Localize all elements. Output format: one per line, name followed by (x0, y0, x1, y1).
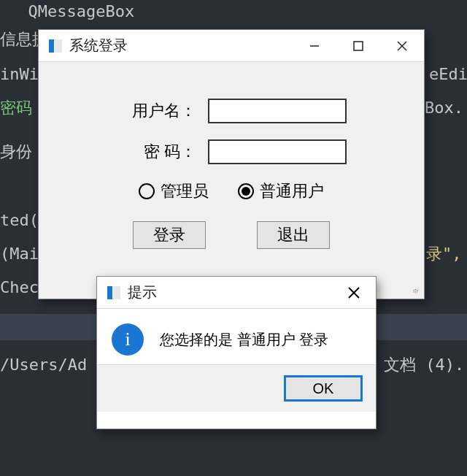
code-bg: 文档 (4). (384, 348, 464, 383)
radio-user[interactable]: 普通用户 (238, 180, 324, 202)
maximize-button[interactable] (336, 30, 380, 61)
code-bg: 密码 (0, 91, 32, 126)
code-bg: 录", (426, 237, 462, 272)
ok-button[interactable]: OK (284, 375, 363, 402)
msg-close-button[interactable] (332, 277, 376, 308)
radio-user-label: 普通用户 (260, 180, 324, 202)
password-label: 密 码： (116, 141, 196, 163)
window-title: 系统登录 (69, 36, 293, 55)
login-body: 用户名： 密 码： 管理员 普通用户 登录 退出 (39, 62, 424, 264)
svg-rect-1 (354, 42, 363, 50)
app-icon (107, 286, 120, 299)
login-window: 系统登录 用户名： 密 码： 管理员 (38, 29, 425, 299)
radio-indicator-checked-icon (238, 183, 254, 199)
radio-indicator-unchecked-icon (139, 183, 155, 199)
window-controls (293, 30, 424, 61)
code-bg: Box. (425, 91, 463, 126)
titlebar[interactable]: 系统登录 (39, 30, 424, 62)
radio-admin[interactable]: 管理员 (139, 180, 209, 202)
username-label: 用户名： (116, 100, 196, 122)
code-bg: (Mai (0, 237, 39, 272)
message-box: 提示 i 您选择的是 普通用户 登录 OK (96, 276, 377, 429)
login-button[interactable]: 登录 (133, 221, 206, 249)
app-icon (49, 39, 62, 53)
msg-title: 提示 (128, 283, 332, 302)
code-bg: eEdi (429, 57, 467, 92)
exit-button[interactable]: 退出 (257, 221, 330, 249)
minimize-button[interactable] (293, 30, 336, 61)
msg-titlebar[interactable]: 提示 (97, 277, 376, 309)
resize-grip-icon[interactable]: ፨ (413, 287, 420, 296)
close-button[interactable] (380, 30, 424, 61)
username-input[interactable] (208, 99, 347, 123)
password-input[interactable] (208, 139, 347, 164)
radio-admin-label: 管理员 (161, 180, 209, 202)
code-bg: /Users/Ad (0, 348, 87, 383)
msg-footer: OK (97, 364, 376, 412)
code-bg: Chec (0, 270, 39, 305)
code-bg: 身份 (0, 134, 32, 169)
msg-text: 您选择的是 普通用户 登录 (160, 330, 328, 350)
code-bg: inWi (0, 57, 39, 92)
info-icon: i (112, 323, 144, 356)
